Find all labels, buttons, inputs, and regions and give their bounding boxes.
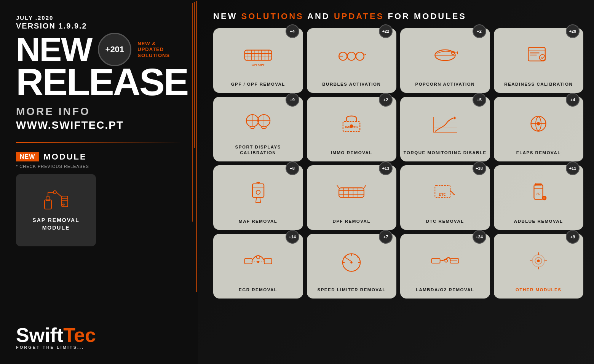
svg-point-57	[256, 190, 260, 195]
icon-sport	[216, 101, 300, 141]
module-name-speed: SPEED LIMITER REMOVAL	[317, 287, 386, 293]
module-name-burbles: BURBLES ACTIVATION	[322, 81, 381, 88]
badge-sport: +9	[286, 93, 299, 107]
module-card-speed-limiter: +7 SPEED LIMITER REMOVAL	[307, 234, 397, 299]
badge-speed: +7	[379, 230, 393, 244]
header-highlight-solutions: SOLUTIONS	[241, 11, 303, 21]
module-card-flaps: +4 FLAPS REMOVAL	[494, 97, 584, 161]
website-url[interactable]: WWW.SWIFTEC.PT	[16, 119, 182, 131]
svg-point-53	[537, 123, 540, 125]
module-name-readiness: READINESS CALIBRATION	[504, 81, 573, 88]
left-panel: JULY .2020 VERSION 1.9.9.2 NEW +201 NEW …	[0, 0, 198, 364]
badge-lambda: +24	[473, 230, 486, 244]
module-card-popcorn: +2 POPCORN ACTIVATION	[400, 28, 490, 93]
right-panel: NEW SOLUTIONS AND UPDATES FOR MODULES +4	[198, 0, 594, 364]
svg-rect-0	[45, 200, 51, 209]
badge-other: +9	[566, 230, 580, 244]
badge-popcorn: +2	[473, 24, 486, 38]
svg-text:GPF/OPF: GPF/OPF	[251, 63, 265, 67]
date-text: JULY .2020	[16, 14, 182, 21]
badge-egr: +14	[286, 230, 299, 244]
badge-adblue: +11	[566, 161, 580, 175]
module-name-maf: MAF REMOVAL	[239, 219, 277, 225]
module-name-adblue: ADBLUE REMOVAL	[514, 219, 563, 225]
module-row-3: +14 EGR REMOVAL +7	[213, 234, 583, 299]
icon-dtc: DTC	[403, 169, 487, 216]
badge-subtitle: NEW & UPDATEDSOLUTIONS	[137, 41, 182, 59]
svg-point-25	[356, 52, 364, 60]
module-name-dpf: DPF REMOVAL	[333, 219, 370, 225]
module-card-torque: +5 TORQUE MONITORING DISABLE	[400, 97, 490, 161]
module-card-sport-displays: +9 SPORT DISPLAYS CALIBRATION	[213, 97, 303, 161]
more-info-label: MORE INFO	[16, 105, 182, 118]
module-card-burbles: +22 BURBLES ACTIVATION	[307, 28, 397, 93]
badge-dpf: +13	[379, 161, 393, 175]
svg-rect-78	[264, 259, 272, 264]
module-name-egr: EGR REMOVAL	[239, 287, 277, 293]
logo-swift-part: Swift	[16, 324, 63, 346]
icon-maf	[216, 169, 300, 216]
svg-point-35	[540, 54, 546, 61]
header-highlight-updates: UPDATES	[334, 11, 384, 21]
module-card-dtc: +38 DTC DTC REMOVAL	[400, 165, 490, 230]
module-label: MODULE	[43, 152, 86, 162]
logo-tec-part: Tec	[63, 324, 96, 346]
icon-adblue: AD	[497, 169, 581, 216]
icon-immo: IMMOS	[310, 101, 394, 147]
sap-card-label: SAP REMOVALMODULE	[32, 217, 79, 231]
module-name-torque: TORQUE MONITORING DISABLE	[404, 150, 487, 156]
module-row-0: +4 GPF/OPF GPF / OPF REMOVAL	[213, 28, 583, 93]
svg-line-68	[364, 185, 366, 188]
icon-popcorn	[403, 32, 487, 78]
module-card-readiness: +29 READINESS CALIBRATION	[494, 28, 584, 93]
badge-torque: +5	[473, 93, 486, 107]
badge-gpf: +4	[286, 24, 299, 38]
svg-line-8	[56, 192, 62, 197]
sap-icon	[41, 188, 71, 211]
module-row-1: +9 SPORT DISPLAYS CALIBRATION +2	[213, 97, 583, 161]
icon-egr	[216, 238, 300, 284]
logo-tagline: FORGET THE LIMITS...	[16, 345, 182, 350]
svg-rect-33	[529, 48, 545, 61]
svg-rect-90	[431, 259, 440, 263]
module-card-lambda: +24 LAMBDA/O2 REMOVAL	[400, 234, 490, 299]
svg-point-4	[53, 191, 56, 194]
badge-dtc: +38	[473, 161, 486, 175]
icon-flaps	[497, 101, 581, 147]
svg-rect-36	[530, 52, 540, 54]
svg-rect-60	[339, 188, 364, 198]
badge-maf: +8	[286, 161, 299, 175]
svg-rect-77	[244, 259, 252, 264]
svg-rect-37	[530, 54, 537, 56]
divider-line	[16, 142, 182, 143]
version-number: 1.9.9.2	[59, 22, 87, 30]
module-row-2: +8 MAF REMOVAL +13	[213, 165, 583, 230]
module-name-other: OTHER MODULES	[516, 287, 561, 293]
module-name-flaps: FLAPS REMOVAL	[516, 150, 561, 156]
icon-burbles	[310, 32, 394, 78]
icon-other	[497, 238, 581, 284]
svg-point-97	[537, 260, 540, 262]
module-card-immo: +2 IMMOS IMMO REMOVAL	[307, 97, 397, 161]
module-name-dtc: DTC REMOVAL	[426, 219, 464, 225]
release-text: RELEASE	[16, 64, 182, 100]
icon-speed	[310, 238, 394, 284]
module-name-immo: IMMO REMOVAL	[331, 150, 372, 156]
svg-point-45	[350, 125, 353, 128]
new-module-badge: NEW	[16, 152, 39, 161]
module-card-egr: +14 EGR REMOVAL	[213, 234, 303, 299]
icon-torque	[403, 101, 487, 147]
version-label: VERSION	[16, 22, 59, 30]
icon-gpf: GPF/OPF	[216, 32, 300, 78]
sap-card: SAP REMOVALMODULE	[16, 174, 96, 246]
svg-text:AD: AD	[537, 192, 541, 195]
svg-point-93	[445, 260, 447, 262]
module-card-maf: +8 MAF REMOVAL	[213, 165, 303, 230]
module-name-sport: SPORT DISPLAYS CALIBRATION	[216, 144, 300, 156]
version-text: VERSION 1.9.9.2	[16, 22, 182, 30]
svg-line-84	[346, 258, 351, 262]
icon-lambda	[403, 238, 487, 284]
icon-dpf	[310, 169, 394, 216]
badge-flaps: +4	[566, 93, 580, 107]
svg-line-67	[337, 185, 339, 188]
